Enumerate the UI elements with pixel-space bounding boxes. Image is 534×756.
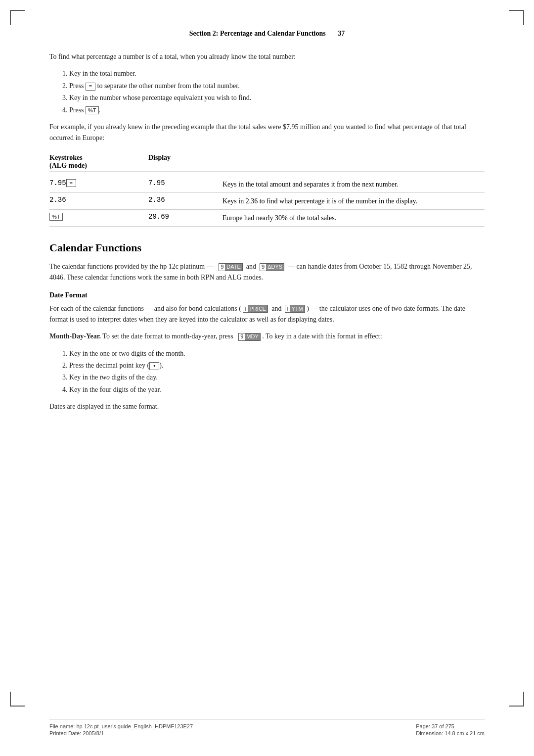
corner-mark-tr bbox=[509, 10, 524, 25]
page-header: Section 2: Percentage and Calendar Funct… bbox=[49, 30, 485, 38]
corner-mark-tl bbox=[10, 10, 25, 25]
table-row: %T 29.69 Europe had nearly 30% of the to… bbox=[49, 210, 485, 227]
intro-paragraph1: To find what percentage a number is of a… bbox=[49, 51, 485, 62]
key-9-ddys: 9 ΔDYS bbox=[260, 263, 284, 271]
mdy-steps-list: Key in the one or two digits of the mont… bbox=[69, 348, 485, 396]
display-cell: 29.69 bbox=[148, 213, 222, 221]
step-4: Press %T. bbox=[69, 105, 485, 116]
col-keystrokes-header: Keystrokes (ALG mode) bbox=[49, 154, 148, 170]
footer-page-info: Page: 37 of 275 bbox=[416, 723, 485, 729]
key-9-mdy: 9 MDY bbox=[238, 333, 261, 341]
display-cell: 7.95 bbox=[148, 179, 222, 187]
table-header: Keystrokes (ALG mode) Display bbox=[49, 154, 485, 172]
pct-t-key-row3: %T bbox=[49, 213, 63, 221]
page-footer: File name: hp 12c pt_user's guide_Englis… bbox=[49, 719, 485, 736]
footer-left: File name: hp 12c pt_user's guide_Englis… bbox=[49, 723, 193, 736]
corner-mark-br bbox=[509, 692, 524, 707]
mdy-step-2: Press the decimal point key ( • ). bbox=[69, 360, 485, 371]
mdy-bold-heading: Month-Day-Year. bbox=[49, 332, 101, 340]
pct-t-key: %T bbox=[86, 106, 99, 114]
footer-printed-date: Printed Date: 2005/8/1 bbox=[49, 730, 193, 736]
keystrokes-table: Keystrokes (ALG mode) Display 7.95= 7.95… bbox=[49, 154, 485, 227]
calendar-paragraph1: The calendar functions provided by the h… bbox=[49, 261, 485, 284]
keystroke-cell: %T bbox=[49, 213, 148, 221]
date-format-paragraph: For each of the calendar functions — and… bbox=[49, 303, 485, 326]
description-cell: Keys in 2.36 to find what percentage it … bbox=[222, 196, 485, 206]
mdy-step-1: Key in the one or two digits of the mont… bbox=[69, 348, 485, 359]
date-format-heading: Date Format bbox=[49, 291, 485, 299]
mdy-step-4: Key in the four digits of the year. bbox=[69, 384, 485, 395]
step-2: Press = to separate the other number fro… bbox=[69, 81, 485, 92]
display-cell: 2.36 bbox=[148, 196, 222, 204]
intro-paragraph2: For example, if you already knew in the … bbox=[49, 122, 485, 144]
corner-mark-bl bbox=[10, 692, 25, 707]
col-description-header bbox=[222, 154, 485, 170]
keystroke-cell: 7.95= bbox=[49, 179, 148, 187]
col-display-header: Display bbox=[148, 154, 222, 170]
calendar-functions-heading: Calendar Functions bbox=[49, 241, 485, 254]
keystroke-cell: 2.36 bbox=[49, 196, 148, 204]
footer-right: Page: 37 of 275 Dimension: 14.8 cm x 21 … bbox=[416, 723, 485, 736]
decimal-key: • bbox=[149, 362, 159, 370]
step-3: Key in the number whose percentage equiv… bbox=[69, 93, 485, 103]
table-row: 2.36 2.36 Keys in 2.36 to find what perc… bbox=[49, 193, 485, 210]
step-1: Key in the total number. bbox=[69, 68, 485, 79]
key-f-ytm: f YTM bbox=[285, 305, 305, 313]
key-9-date: 9 DATE bbox=[219, 263, 243, 271]
intro-steps-list: Key in the total number. Press = to sepa… bbox=[69, 68, 485, 116]
footer-dimension: Dimension: 14.8 cm x 21 cm bbox=[416, 730, 485, 736]
description-cell: Keys in the total amount and separates i… bbox=[222, 179, 485, 189]
equals-key: = bbox=[86, 83, 95, 91]
description-cell: Europe had nearly 30% of the total sales… bbox=[222, 213, 485, 223]
section-title: Section 2: Percentage and Calendar Funct… bbox=[189, 30, 326, 37]
page-number: 37 bbox=[338, 30, 345, 37]
mdy-step-3: Key in the two digits of the day. bbox=[69, 372, 485, 383]
table-row: 7.95= 7.95 Keys in the total amount and … bbox=[49, 176, 485, 193]
footer-filename: File name: hp 12c pt_user's guide_Englis… bbox=[49, 723, 193, 729]
key-f-price: f PRICE bbox=[243, 305, 268, 313]
mdy-paragraph: Month-Day-Year. To set the date format t… bbox=[49, 331, 485, 342]
dates-display-note: Dates are displayed in the same format. bbox=[49, 401, 485, 412]
equals-key-row1: = bbox=[66, 179, 76, 187]
